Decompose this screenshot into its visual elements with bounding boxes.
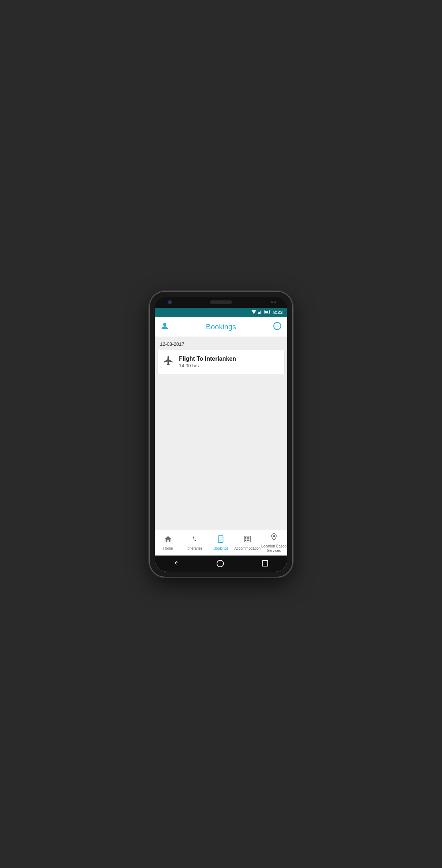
- svg-rect-20: [245, 537, 246, 538]
- svg-rect-28: [248, 540, 249, 541]
- svg-point-7: [163, 323, 167, 326]
- svg-rect-25: [248, 538, 249, 539]
- phone-top-hardware: [155, 297, 287, 308]
- speaker: [210, 300, 232, 304]
- svg-rect-2: [259, 312, 260, 314]
- home-button[interactable]: [217, 560, 224, 567]
- booking-title: Flight To Interlanken: [179, 356, 236, 362]
- nav-label-itineraries: Itineraries: [187, 546, 203, 551]
- sensors: [271, 301, 276, 303]
- wifi-icon: [251, 310, 256, 315]
- back-button[interactable]: [174, 560, 179, 566]
- nav-label-bookings: Bookings: [213, 546, 228, 551]
- svg-point-0: [254, 313, 254, 314]
- nav-item-itineraries[interactable]: Itineraries: [181, 530, 207, 556]
- signal-icon: [258, 310, 263, 315]
- svg-point-10: [277, 326, 278, 327]
- svg-rect-4: [262, 310, 262, 314]
- flight-icon: [163, 355, 174, 369]
- location-based-services-icon: [270, 533, 278, 543]
- svg-rect-1: [258, 312, 259, 314]
- nav-item-accommodation[interactable]: Accommodation: [234, 530, 260, 556]
- booking-card[interactable]: Flight To Interlanken 14:00 hrs: [158, 350, 284, 374]
- user-profile-icon[interactable]: [160, 321, 169, 332]
- nav-item-location[interactable]: Location Based Services: [261, 530, 287, 556]
- svg-point-9: [275, 326, 276, 327]
- itineraries-icon: [191, 535, 199, 545]
- battery-icon: [264, 310, 270, 315]
- booking-date: 12-08-2017: [160, 341, 184, 347]
- bookings-icon: [217, 535, 225, 545]
- nav-item-bookings[interactable]: Bookings: [208, 530, 234, 556]
- status-icons: 8:23: [251, 310, 283, 315]
- phone-device: 8:23 Bookings: [150, 292, 292, 577]
- nav-label-location: Location Based Services: [261, 544, 287, 553]
- svg-point-13: [195, 539, 196, 541]
- svg-rect-27: [247, 540, 248, 541]
- status-bar: 8:23: [155, 308, 287, 317]
- accommodation-icon: [243, 535, 251, 545]
- svg-rect-26: [245, 540, 246, 541]
- booking-info: Flight To Interlanken 14:00 hrs: [179, 356, 236, 368]
- status-time: 8:23: [273, 310, 283, 315]
- home-icon: [164, 535, 172, 545]
- camera: [168, 300, 172, 304]
- page-title: Bookings: [206, 323, 236, 331]
- phone-screen: 8:23 Bookings: [155, 297, 287, 572]
- nav-label-home: Home: [163, 546, 173, 551]
- svg-rect-22: [248, 537, 249, 538]
- recents-button[interactable]: [262, 560, 268, 566]
- app-bar: Bookings: [155, 317, 287, 337]
- chat-icon[interactable]: [273, 321, 282, 332]
- svg-point-29: [273, 535, 275, 537]
- svg-point-12: [193, 537, 194, 538]
- svg-rect-3: [260, 311, 261, 314]
- nav-item-home[interactable]: Home: [155, 530, 181, 556]
- svg-point-11: [278, 326, 279, 327]
- content-area: [155, 374, 287, 530]
- bottom-navigation: Home Itineraries: [155, 530, 287, 556]
- svg-rect-24: [247, 538, 248, 539]
- date-section: 12-08-2017: [155, 337, 287, 350]
- android-nav-bar: [155, 556, 287, 572]
- app-screen: 8:23 Bookings: [155, 308, 287, 572]
- svg-rect-23: [245, 538, 246, 539]
- svg-rect-21: [247, 537, 248, 538]
- booking-time: 14:00 hrs: [179, 363, 236, 368]
- nav-label-accommodation: Accommodation: [235, 546, 261, 551]
